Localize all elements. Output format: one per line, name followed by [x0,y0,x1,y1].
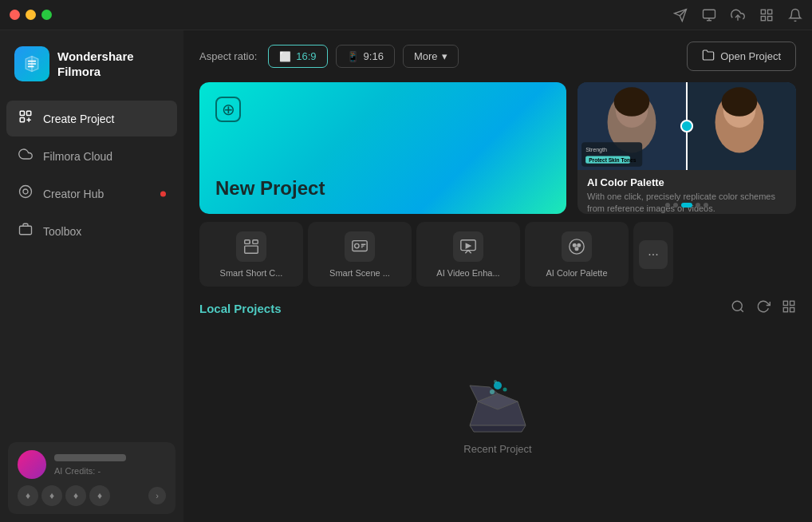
svg-rect-45 [783,308,787,312]
face-background: Strength Protect Skin Tones [577,82,796,170]
dot-1[interactable] [665,203,670,208]
svg-rect-32 [253,240,258,244]
svg-rect-44 [790,302,794,306]
aspect-9-16-button[interactable]: 📱 9:16 [336,45,395,68]
dot-3[interactable] [681,203,692,208]
cloud-icon [18,147,34,165]
smart-scene-icon [345,231,375,262]
new-project-card[interactable]: ⊕ New Project [199,82,566,214]
title-bar-icons [673,8,802,22]
svg-point-54 [494,380,497,383]
tool-card-ai-color-palette[interactable]: AI Color Palette [525,222,629,287]
aspect-16-9-label: 16:9 [296,50,316,62]
local-projects-title: Local Projects [199,302,282,315]
new-project-plus-icon: ⊕ [215,97,241,122]
sidebar-item-creator-hub[interactable]: Creator Hub [6,176,177,212]
svg-point-35 [355,243,360,248]
bell-icon[interactable] [788,8,802,22]
svg-point-38 [573,243,576,247]
notification-dot [160,191,166,196]
tool-label-ai-color-palette: AI Color Palette [546,267,607,279]
svg-point-13 [20,186,32,198]
sidebar-item-label-create-project: Create Project [43,113,114,125]
svg-text:Protect Skin Tones: Protect Skin Tones [589,157,636,163]
svg-point-14 [23,189,28,194]
svg-rect-31 [245,240,250,244]
svg-point-24 [722,87,758,117]
svg-text:Strength: Strength [585,147,607,153]
svg-rect-43 [783,302,787,306]
sidebar-item-toolbox[interactable]: Toolbox [6,213,177,249]
user-name-bar [54,454,126,461]
svg-rect-33 [245,246,258,253]
svg-point-40 [575,247,578,251]
sidebar-logo: Wondershare Filmora [0,30,183,101]
sidebar: Wondershare Filmora Create Project [0,30,183,522]
svg-rect-10 [20,111,24,115]
aspect-ratio-label: Aspect ratio: [199,50,257,62]
ai-color-palette-icon [562,231,592,262]
sidebar-item-filmora-cloud[interactable]: Filmora Cloud [6,138,177,174]
top-bar: Aspect ratio: ⬜ 16:9 📱 9:16 More ▾ Open … [183,30,812,82]
dot-2[interactable] [673,203,678,208]
creator-hub-icon [18,184,34,203]
svg-rect-6 [761,10,765,14]
svg-rect-2 [704,10,715,18]
search-icon[interactable] [731,299,745,318]
svg-rect-11 [27,111,31,115]
user-info: AI Credits: - [54,454,166,476]
carousel-dots [577,203,796,208]
window-controls [10,10,52,20]
svg-rect-15 [20,226,32,235]
monitor-icon[interactable] [702,8,716,22]
svg-line-42 [740,310,743,312]
minimize-button[interactable] [26,10,36,20]
send-icon[interactable] [673,8,688,22]
sidebar-item-label-creator-hub: Creator Hub [43,188,104,200]
toolbox-icon [18,222,34,240]
feature-card-title: AI Color Palette [587,176,786,188]
new-project-label: New Project [215,177,550,200]
open-project-button[interactable]: Open Project [687,42,796,71]
svg-point-39 [577,243,581,247]
open-project-label: Open Project [720,50,781,62]
feature-card[interactable]: Strength Protect Skin Tones AI Color Pal… [577,82,796,214]
user-action-btn-3[interactable]: ♦ [65,485,86,506]
upload-icon[interactable] [731,8,745,22]
user-action-btn-1[interactable]: ♦ [18,485,38,506]
tool-card-smart-short[interactable]: Smart Short C... [199,222,303,287]
sidebar-item-create-project[interactable]: Create Project [6,101,177,136]
app-body: Wondershare Filmora Create Project [0,30,812,522]
more-button[interactable]: More ▾ [403,45,459,68]
grid-icon[interactable] [759,8,774,22]
dot-5[interactable] [704,203,708,208]
svg-point-52 [490,390,495,394]
user-panel: AI Credits: - ♦ ♦ ♦ ♦ › [8,442,175,514]
grid-view-icon[interactable] [782,299,796,318]
tool-label-smart-scene: Smart Scene ... [329,267,390,279]
tool-card-smart-scene[interactable]: Smart Scene ... [308,222,412,287]
tool-card-more[interactable]: ··· [633,222,673,287]
local-projects-header: Local Projects [183,287,812,326]
empty-state-label: Recent Project [463,443,531,455]
close-button[interactable] [10,10,20,20]
tool-label-ai-video-enhance: AI Video Enha... [436,267,499,279]
sidebar-item-label-toolbox: Toolbox [43,225,81,238]
dot-4[interactable] [696,203,700,208]
maximize-button[interactable] [41,10,52,20]
svg-point-23 [614,87,650,117]
empty-state: Recent Project [183,326,812,522]
svg-point-37 [570,239,584,254]
user-credits-label: AI Credits: - [54,466,166,476]
refresh-icon[interactable] [756,299,771,318]
user-action-btn-4[interactable]: ♦ [89,485,110,506]
svg-point-53 [503,387,507,391]
aspect-16-9-button[interactable]: ⬜ 16:9 [268,45,327,68]
app-name: Wondershare Filmora [57,49,169,80]
user-action-btn-2[interactable]: ♦ [41,485,62,506]
more-tools-icon: ··· [639,240,668,269]
chevron-down-icon: ▾ [442,50,447,62]
tool-card-ai-video-enhance[interactable]: AI Video Enha... [416,222,520,287]
svg-rect-9 [768,16,772,20]
user-action-arrow[interactable]: › [148,487,166,504]
